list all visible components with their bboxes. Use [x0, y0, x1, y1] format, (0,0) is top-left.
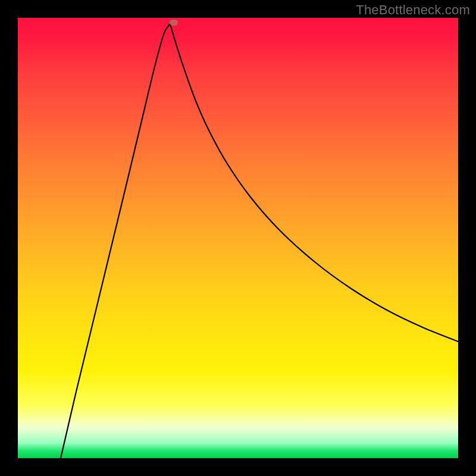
attribution-text: TheBottleneck.com [356, 2, 470, 18]
gradient-background [18, 18, 458, 458]
plot-area [18, 18, 458, 458]
chart-stage: TheBottleneck.com [0, 0, 476, 476]
optimum-marker [170, 20, 178, 26]
